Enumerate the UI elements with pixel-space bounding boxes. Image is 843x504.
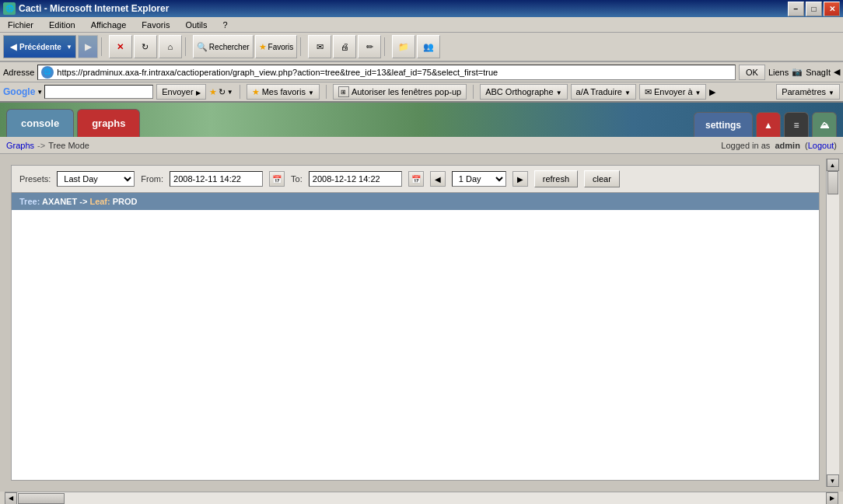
calendar-icon: 📅 [272, 175, 282, 184]
dark-icon: ≡ [793, 120, 799, 131]
translate-dropdown: ▼ [624, 89, 631, 96]
menu-favoris[interactable]: Favoris [137, 19, 174, 31]
google-send-button[interactable]: Envoyer ▶ [156, 84, 205, 100]
graphs-breadcrumb[interactable]: Graphs [6, 141, 34, 150]
tab-settings[interactable]: settings [694, 112, 753, 137]
refresh-icon2: ↻ [219, 87, 226, 97]
scroll-left-button[interactable]: ◀ [5, 492, 17, 505]
breadcrumb-separator: -> [37, 141, 45, 150]
send2-dropdown: ▼ [695, 89, 701, 96]
refresh-button[interactable]: ↻ [134, 35, 157, 58]
menu-edition[interactable]: Edition [44, 19, 80, 31]
google-search-area: Google ▼ [3, 85, 153, 99]
menu-fichier[interactable]: Fichier [3, 19, 38, 31]
toolbar-separator-4 [384, 37, 389, 56]
snagit-arrow-icon: ◀ [834, 67, 840, 77]
from-label: From: [141, 174, 163, 184]
scroll-down-button[interactable]: ▼ [827, 474, 839, 487]
users-icon: 👥 [423, 42, 434, 52]
tab-icon-img[interactable]: ⛰ [812, 112, 837, 137]
send-arrow-icon: ▶ [196, 89, 201, 96]
cacti-header: console graphs settings ▲ ≡ ⛰ [0, 103, 843, 137]
tab-graphs[interactable]: graphs [77, 109, 140, 137]
params-button[interactable]: Paramètres ▼ [776, 84, 840, 100]
tab-console[interactable]: console [6, 109, 74, 137]
logout-link[interactable]: Logout [808, 141, 834, 150]
favorites-dropdown-button[interactable]: ★ Mes favoris ▼ [247, 84, 320, 100]
username-label: admin [775, 141, 799, 150]
google-sep-3 [473, 85, 474, 99]
period-select[interactable]: 1 Day [452, 171, 506, 187]
maximize-button[interactable]: □ [806, 2, 822, 16]
refresh-button[interactable]: refresh [534, 170, 578, 187]
mail-button[interactable]: ✉ [308, 35, 331, 58]
right-arrow-icon: ▶ [517, 175, 523, 184]
star-icon2: ★ [252, 87, 260, 96]
folder-icon: 📁 [398, 42, 409, 52]
tab-icon-dark[interactable]: ≡ [784, 112, 809, 137]
menu-affichage[interactable]: Affichage [86, 19, 131, 31]
scroll-thumb[interactable] [827, 171, 838, 194]
cacti-app: console graphs settings ▲ ≡ ⛰ Graphs -> [0, 103, 843, 504]
menu-help[interactable]: ? [219, 19, 233, 31]
google-logo: Google [3, 86, 35, 97]
title-bar: 🌐 Cacti - Microsoft Internet Explorer − … [0, 0, 843, 17]
stop-button[interactable]: ✕ [109, 35, 132, 58]
popup-button[interactable]: ⊞ Autoriser les fenêtres pop-up [333, 84, 467, 100]
search-button[interactable]: 🔍 Rechercher [193, 35, 254, 58]
tab-icon-red[interactable]: ▲ [756, 112, 781, 137]
star-icon: ★ [259, 42, 267, 52]
horiz-scroll-thumb[interactable] [18, 493, 65, 504]
logged-in-label: Logged in as [721, 141, 770, 150]
spell-button[interactable]: ABC Orthographe ▼ [480, 84, 567, 100]
translate-button[interactable]: a/A Traduire ▼ [571, 84, 636, 100]
go-button[interactable]: OK [739, 65, 765, 80]
folder-button[interactable]: 📁 [392, 35, 415, 58]
address-input-container[interactable]: 🌐 [37, 65, 736, 80]
google-search-input[interactable] [44, 85, 153, 99]
horiz-scrollbar[interactable]: ◀ ▶ [5, 492, 838, 504]
globe-icon: 🌐 [41, 66, 54, 79]
content-wrapper: Presets: Last Day From: 📅 To: 📅 ◀ [0, 154, 843, 492]
prev-period-button[interactable]: ◀ [430, 171, 446, 187]
next-period-button[interactable]: ▶ [512, 171, 528, 187]
from-calendar-button[interactable]: 📅 [269, 171, 285, 187]
users-button[interactable]: 👥 [417, 35, 440, 58]
menu-outils[interactable]: Outils [180, 19, 212, 31]
print-button[interactable]: 🖨 [333, 35, 356, 58]
url-input[interactable] [57, 68, 732, 77]
scroll-up-button[interactable]: ▲ [827, 159, 839, 171]
back-dropdown-icon[interactable]: ▼ [66, 44, 72, 51]
tree-name: AXANET [42, 197, 77, 206]
snagit-icon: 📷 [792, 67, 803, 77]
menu-bar: Fichier Edition Affichage Favoris Outils… [0, 17, 843, 33]
from-input[interactable] [170, 171, 263, 187]
filter-bar: Presets: Last Day From: 📅 To: 📅 ◀ [12, 166, 819, 193]
to-input[interactable] [309, 171, 402, 187]
presets-select[interactable]: Last Day [57, 171, 135, 187]
to-calendar-button[interactable]: 📅 [408, 171, 424, 187]
right-scrollbar[interactable]: ▲ ▼ [826, 159, 838, 487]
home-button[interactable]: ⌂ [159, 35, 182, 58]
toolbar: ◀ Précédente ▼ ▶ ✕ ↻ ⌂ 🔍 Rechercher ★ Fa… [0, 33, 843, 62]
dropdown-icon[interactable]: ▼ [227, 89, 233, 96]
clear-button[interactable]: clear [584, 170, 620, 187]
home-icon: ⌂ [168, 42, 173, 51]
cacti-tabs-right: settings ▲ ≡ ⛰ [694, 112, 837, 137]
scroll-right-button[interactable]: ▶ [826, 492, 838, 505]
minimize-button[interactable]: − [788, 2, 804, 16]
tree-header: Tree: AXANET -> Leaf: PROD [12, 193, 819, 210]
favorites-button[interactable]: ★ Favoris [255, 35, 298, 58]
edit-button[interactable]: ✏ [358, 35, 381, 58]
forward-button[interactable]: ▶ [78, 35, 98, 58]
presets-label: Presets: [19, 174, 51, 184]
google-sep-1 [240, 85, 240, 99]
send2-button[interactable]: ✉ Envoyer à ▼ [639, 84, 707, 100]
main-panel: Presets: Last Day From: 📅 To: 📅 ◀ [11, 165, 820, 481]
back-button[interactable]: ◀ Précédente ▼ [3, 35, 76, 58]
close-button[interactable]: ✕ [824, 2, 840, 16]
mail-icon: ✉ [317, 42, 324, 52]
toolbar-separator-3 [300, 37, 305, 56]
google-dropdown-icon[interactable]: ▼ [37, 89, 43, 96]
address-bar: Adresse 🌐 OK Liens 📷 SnagIt ◀ [0, 62, 843, 82]
